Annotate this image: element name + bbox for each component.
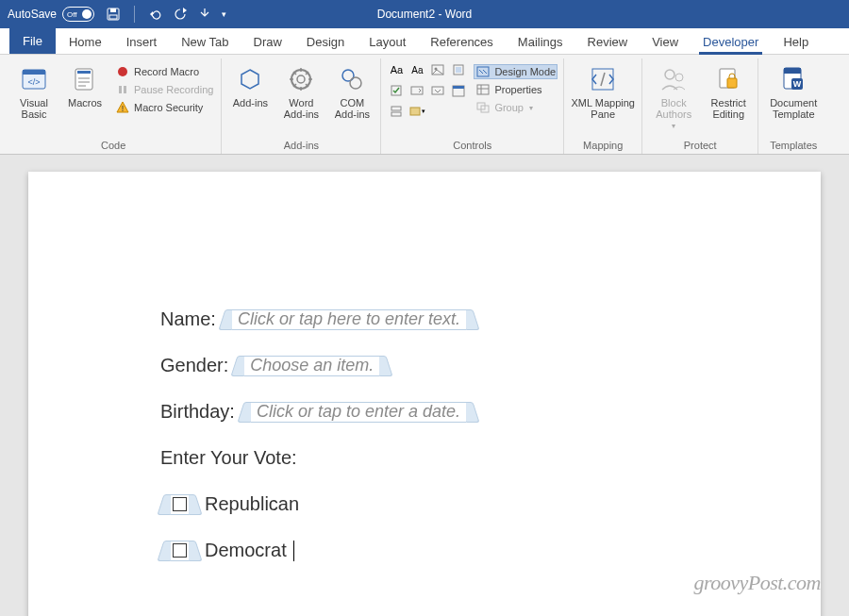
field-birthday: Birthday: Click or tap to enter a date.	[160, 401, 689, 423]
dropdown-control-icon[interactable]	[428, 81, 447, 100]
qat-dropdown-icon[interactable]: ▾	[222, 9, 226, 19]
tab-view[interactable]: View	[641, 29, 690, 54]
birthday-date-control[interactable]: Click or tap to enter a date.	[241, 402, 476, 423]
building-block-control-icon[interactable]	[449, 60, 468, 79]
field-name: Name: Click or tap here to enter text.	[160, 308, 689, 330]
rich-text-control-icon[interactable]: Aa	[387, 60, 406, 79]
svg-rect-1	[110, 8, 116, 12]
date-picker-control-icon[interactable]	[449, 81, 468, 100]
block-authors-button: Block Authors▾	[648, 60, 699, 131]
record-macro-button[interactable]: Record Macro	[113, 64, 215, 79]
republican-checkbox-control[interactable]	[160, 494, 199, 515]
autosave-toggle[interactable]: Off	[62, 7, 94, 22]
svg-rect-25	[391, 107, 401, 110]
visual-basic-button[interactable]: </> Visual Basic	[11, 60, 57, 120]
restrict-editing-icon	[713, 64, 743, 94]
tab-developer[interactable]: Developer	[691, 29, 770, 54]
checkbox-control-icon[interactable]	[387, 81, 406, 100]
design-mode-button[interactable]: Design Mode	[474, 64, 558, 79]
ribbon: </> Visual Basic Macros Record Macro Pau…	[0, 55, 849, 155]
combobox-control-icon[interactable]	[408, 81, 426, 100]
svg-text:!: !	[122, 104, 125, 113]
plain-text-control-icon[interactable]: Aa	[408, 60, 426, 79]
addins-button[interactable]: Add-ins	[227, 60, 273, 108]
autosave-label: AutoSave	[8, 8, 57, 21]
document-template-button[interactable]: W Document Template	[764, 60, 823, 120]
word-addins-button[interactable]: Word Add-ins	[278, 60, 324, 120]
svg-text:W: W	[793, 79, 802, 89]
group-mapping: XML Mapping Pane Mapping	[564, 58, 642, 154]
autosave-indicator[interactable]: AutoSave Off	[8, 7, 94, 22]
picture-control-icon[interactable]	[428, 60, 447, 79]
svg-rect-24	[453, 86, 464, 89]
visual-basic-icon: </>	[19, 64, 49, 94]
tab-help[interactable]: Help	[772, 29, 820, 54]
tab-mailings[interactable]: Mailings	[507, 29, 574, 54]
tab-newtab[interactable]: New Tab	[170, 29, 240, 54]
group-label-protect: Protect	[684, 138, 717, 152]
watermark: groovyPost.com	[693, 571, 821, 595]
tab-layout[interactable]: Layout	[358, 29, 417, 54]
group-label-templates: Templates	[770, 138, 817, 152]
document-workspace: Name: Click or tap here to enter text. G…	[0, 155, 849, 616]
svg-rect-27	[410, 108, 420, 115]
group-addins: Add-ins Word Add-ins COM Add-ins Add-ins	[222, 58, 381, 154]
word-addins-icon	[286, 64, 316, 94]
tab-home[interactable]: Home	[58, 29, 113, 54]
com-addins-button[interactable]: COM Add-ins	[329, 60, 375, 120]
group-label-mapping: Mapping	[583, 138, 623, 152]
undo-icon[interactable]	[148, 7, 163, 22]
checkbox-icon[interactable]	[173, 543, 187, 558]
svg-rect-22	[432, 87, 443, 94]
macros-button[interactable]: Macros	[62, 60, 108, 108]
svg-rect-2	[109, 15, 117, 19]
vote-option-1: Republican	[160, 493, 689, 515]
record-macro-icon	[115, 65, 130, 78]
restrict-editing-button[interactable]: Restrict Editing	[705, 60, 752, 120]
svg-point-34	[675, 74, 683, 81]
text-cursor	[293, 541, 294, 561]
com-addins-icon	[337, 64, 367, 94]
svg-point-13	[297, 75, 305, 83]
group-protect: Block Authors▾ Restrict Editing Protect	[642, 58, 758, 154]
pause-recording-button: Pause Recording	[113, 82, 215, 97]
macro-security-button[interactable]: ! Macro Security	[113, 100, 215, 115]
xml-mapping-pane-button[interactable]: XML Mapping Pane	[570, 60, 636, 120]
svg-rect-9	[119, 86, 122, 93]
save-icon[interactable]	[106, 7, 121, 22]
option1-label: Republican	[205, 493, 299, 515]
tab-file[interactable]: File	[9, 28, 56, 54]
gender-dropdown-control[interactable]: Choose an item.	[234, 356, 390, 376]
group-label-code: Code	[101, 138, 125, 152]
svg-rect-7	[77, 71, 91, 74]
design-mode-icon	[475, 65, 491, 78]
svg-rect-38	[784, 68, 801, 74]
svg-point-33	[665, 70, 674, 79]
field-gender: Gender: Choose an item.	[160, 355, 689, 376]
customize-icon[interactable]	[197, 7, 212, 22]
svg-rect-29	[477, 85, 489, 94]
svg-rect-10	[124, 86, 126, 93]
name-text-control[interactable]: Click or tap here to enter text.	[222, 309, 476, 330]
svg-rect-36	[727, 78, 737, 88]
tab-insert[interactable]: Insert	[115, 29, 169, 54]
name-label: Name:	[160, 308, 216, 330]
document-title: Document2 - Word	[377, 8, 472, 21]
properties-button[interactable]: Properties	[474, 82, 558, 97]
group-button: Group ▾	[474, 100, 558, 115]
group-icon	[475, 101, 491, 114]
redo-icon[interactable]	[173, 7, 188, 22]
tab-draw[interactable]: Draw	[242, 29, 293, 54]
legacy-tools-icon[interactable]: ▾	[408, 102, 426, 121]
democrat-checkbox-control[interactable]	[160, 541, 199, 561]
document-page[interactable]: Name: Click or tap here to enter text. G…	[28, 172, 821, 616]
repeating-section-control-icon[interactable]	[387, 102, 406, 121]
checkbox-icon[interactable]	[173, 497, 187, 511]
group-templates: W Document Template Templates	[758, 58, 828, 154]
name-placeholder: Click or tap here to enter text.	[232, 309, 466, 330]
tab-review[interactable]: Review	[576, 29, 640, 54]
checkbox-body	[171, 541, 189, 561]
quick-access-toolbar: ▾	[106, 6, 226, 23]
tab-design[interactable]: Design	[295, 29, 356, 54]
tab-references[interactable]: References	[419, 29, 504, 54]
